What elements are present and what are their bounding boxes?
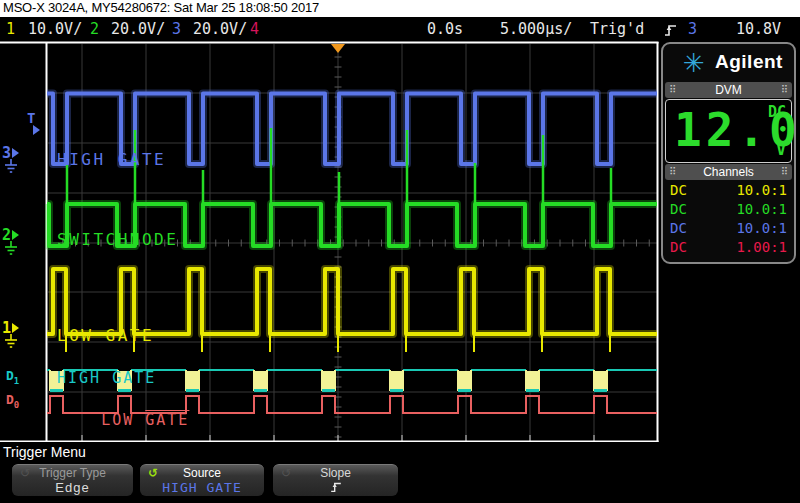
oscilloscope-screen: MSO-X 3024A, MY54280672: Sat Mar 25 18:0… [0,0,800,503]
channels-panel-header[interactable]: ⠿ Channels ⠿ [665,164,792,180]
status-bar: 1 10.0V/ 2 20.0V/ 3 20.0V/ 4 0.0s 5.000µ… [0,17,800,42]
brand-name: Agilent [715,51,783,73]
dvm-mode: DC [768,103,786,121]
d0-trace-label[interactable]: LOW GATE [57,393,189,447]
channel-row-1: DC 10.0:1 [663,181,794,200]
slope-rising-icon [273,480,398,495]
ch3-ground-icon [4,159,18,175]
dvm-display: 12.0 DC V [665,99,792,163]
channel-row-2: DC 10.0:1 [663,200,794,219]
rotary-knob-icon: ↺ [148,466,158,480]
grip-dots-icon: ⠿ [781,164,788,180]
time-position-readout[interactable]: 0.0s [427,17,463,41]
timebase-readout[interactable]: 5.000µs/ [500,17,572,41]
title-bar: MSO-X 3024A, MY54280672: Sat Mar 25 18:0… [0,0,800,17]
d1-trace-label[interactable]: HIGH GATE [57,369,156,387]
ch2-scale[interactable]: 20.0V/ [111,17,165,41]
agilent-logo-icon: ✳ [683,48,705,78]
sidebar-panel: ✳ Agilent ⠿ DVM ⠿ 12.0 DC V ⠿ Channels ⠿… [661,42,796,264]
ch1-ground-icon [4,334,18,350]
trigger-status: Trig'd [590,17,644,41]
ch3-marker-arrow-icon[interactable] [12,148,19,158]
channel-row-3: DC 10.0:1 [663,219,794,238]
softkey-menu: Trigger Menu ↺ Trigger Type Edge ↺ Sourc… [0,442,800,503]
trigger-source-softkey[interactable]: ↺ Source HIGH GATE [140,464,264,496]
ch4-number[interactable]: 4 [250,17,259,41]
rotary-knob-icon: ↺ [20,466,30,480]
channel-row-4: DC 1.00:1 [663,238,794,257]
trigger-level-readout[interactable]: 10.8V [736,17,781,41]
trigger-level-marker[interactable]: T [27,110,35,126]
ch2-marker-arrow-icon[interactable] [12,230,19,240]
ch1-trace-label[interactable]: LOW GATE [57,326,154,345]
trigger-position-marker[interactable] [331,44,345,53]
trigger-source-number: 3 [688,17,697,41]
ch2-number[interactable]: 2 [90,17,99,41]
ch3-scale[interactable]: 20.0V/ [193,17,247,41]
ch1-number[interactable]: 1 [6,17,15,41]
dvm-panel-header[interactable]: ⠿ DVM ⠿ [665,82,792,98]
ch2-trace-label[interactable]: SWITCHNODE [57,230,178,249]
grip-dots-icon: ⠿ [781,82,788,98]
ch2-ground-icon [4,241,18,257]
trigger-type-softkey[interactable]: ↺ Trigger Type Edge [12,464,133,496]
brand-row: ✳ Agilent [663,44,794,81]
trigger-slope-softkey[interactable]: ↺ Slope [273,464,398,496]
d0-marker[interactable]: D0 [6,392,19,410]
ch3-trace-label[interactable]: HIGH GATE [57,150,166,169]
menu-title: Trigger Menu [3,444,86,460]
ch1-scale[interactable]: 10.0V/ [28,17,82,41]
grip-dots-icon: ⠿ [669,82,676,98]
trigger-level-arrow-icon[interactable] [33,125,40,135]
grip-dots-icon: ⠿ [669,164,676,180]
d1-marker[interactable]: D1 [6,368,19,386]
ch3-number[interactable]: 3 [172,17,181,41]
ch1-marker-arrow-icon[interactable] [12,323,19,333]
rotary-knob-icon: ↺ [281,466,291,480]
dvm-unit: V [776,140,786,159]
